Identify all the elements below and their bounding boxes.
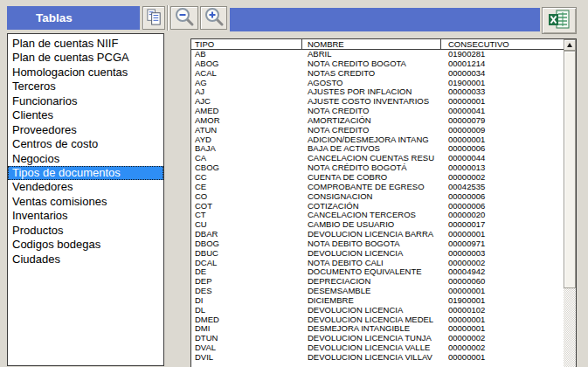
cell-consecutivo: 00000013	[441, 163, 564, 173]
panel-title-label: Tablas	[36, 11, 73, 24]
cell-tipo: CT	[191, 211, 302, 220]
cell-tipo: DBAR	[191, 230, 302, 239]
sidebar-item[interactable]: Plan de cuentas PCGA	[8, 51, 163, 65]
sidebar-item[interactable]: Proveedores	[8, 123, 163, 137]
cell-nombre: NOTA CREDITO	[302, 126, 441, 135]
sidebar-item[interactable]: Ventas comisiones	[8, 195, 163, 209]
cell-nombre: AMORTIZACIÓN	[302, 116, 441, 126]
table-row[interactable]: DBOGNOTA DEBITO BOGOTA00000971	[191, 239, 564, 249]
cell-consecutivo: 00000001	[441, 97, 564, 107]
cell-consecutivo: 00000079	[441, 116, 564, 126]
cell-consecutivo: 00000009	[441, 126, 564, 135]
toolbar-separator	[167, 5, 168, 31]
table-row[interactable]: BAJABAJA DE ACTIVOS00000006	[191, 144, 564, 154]
cell-tipo: CU	[191, 220, 302, 230]
cell-consecutivo: 00000044	[441, 154, 564, 163]
cell-tipo: DMED	[191, 315, 302, 325]
up-arrow-icon	[567, 43, 572, 47]
cell-consecutivo: 00000002	[441, 259, 564, 268]
sidebar-item[interactable]: Clientes	[8, 108, 163, 122]
sidebar-item[interactable]: Centros de costo	[8, 137, 163, 151]
table-row[interactable]: CUCAMBIO DE USUARIO00000017	[191, 220, 564, 230]
table-row[interactable]: DESDESEMSAMBLE00000001	[191, 287, 564, 296]
cell-consecutivo: 00000060	[441, 277, 564, 287]
cell-nombre: DEVOLUCION LICENCIA BARRA	[302, 230, 441, 239]
column-header-tipo[interactable]: TIPO	[191, 39, 302, 49]
scrollbar-thumb[interactable]	[564, 51, 576, 288]
column-header-nombre[interactable]: NOMBRE	[302, 39, 441, 49]
grid-body: ABABRIL01900281ABOGNOTA CREDITO BOGOTA00…	[191, 50, 564, 367]
copy-button[interactable]	[142, 6, 165, 30]
table-row[interactable]: CACANCELACION CUENTAS RESU00000044	[191, 154, 564, 163]
sidebar-item[interactable]: Codigos bodegas	[8, 238, 163, 252]
sidebar-item[interactable]: Productos	[8, 224, 163, 238]
table-row[interactable]: DBUCDEVOLUCION LICENCIA00000003	[191, 249, 564, 259]
cell-consecutivo: 01900001	[441, 79, 564, 88]
table-row[interactable]: ABOGNOTA CREDITO BOGOTA00001214	[191, 59, 564, 69]
cell-consecutivo: 00000003	[441, 249, 564, 259]
table-row[interactable]: ACALNOTAS CREDITO00000034	[191, 69, 564, 79]
cell-tipo: DMI	[191, 324, 302, 334]
cell-tipo: BAJA	[191, 144, 302, 154]
table-row[interactable]: CTCANCELACION TERCEROS00000020	[191, 211, 564, 220]
cell-tipo: AG	[191, 79, 302, 88]
cell-consecutivo: 00000001	[441, 287, 564, 296]
table-row[interactable]: CBOGNOTA CRÉDITO BOGOTÁ00000013	[191, 163, 564, 173]
cell-tipo: AYD	[191, 135, 302, 145]
table-row[interactable]: CECOMPROBANTE DE EGRESO00042535	[191, 183, 564, 192]
zoom-out-button[interactable]	[170, 6, 198, 30]
table-row[interactable]: DTUNDEVOLUCION LICENCIA TUNJA00000002	[191, 334, 564, 343]
sidebar-item[interactable]: Tipos de documentos	[8, 166, 163, 180]
sidebar-item[interactable]: Homologacion cuentas	[8, 66, 163, 80]
cell-tipo: CC	[191, 173, 302, 183]
table-row[interactable]: AGAGOSTO01900001	[191, 79, 564, 88]
cell-nombre: COMPROBANTE DE EGRESO	[302, 183, 441, 192]
cell-nombre: CONSIGNACION	[302, 192, 441, 202]
cell-tipo: DI	[191, 296, 302, 306]
tables-list: Plan de cuentas NIIFPlan de cuentas PCGA…	[8, 37, 163, 267]
column-header-consecutivo[interactable]: CONSECUTIVO	[441, 39, 576, 49]
table-row[interactable]: COTCOTIZACIÓN00000006	[191, 202, 564, 211]
table-row[interactable]: AMORAMORTIZACIÓN00000079	[191, 116, 564, 126]
table-row[interactable]: DIDICIEMBRE01900001	[191, 296, 564, 306]
cell-tipo: DE	[191, 267, 302, 277]
cell-consecutivo: 00000017	[441, 220, 564, 230]
table-row[interactable]: AMEDNOTA CREDITO00000041	[191, 107, 564, 116]
table-row[interactable]: AJCAJUSTE COSTO INVENTARIOS00000001	[191, 97, 564, 107]
scroll-up-button[interactable]	[564, 39, 576, 51]
cell-consecutivo: 00000034	[441, 69, 564, 79]
sidebar-item[interactable]: Ciudades	[8, 253, 163, 267]
cell-nombre: CAMBIO DE USUARIO	[302, 220, 441, 230]
cell-tipo: DES	[191, 287, 302, 296]
table-row[interactable]: DMIDESMEJORA INTANGIBLE00000001	[191, 324, 564, 334]
table-row[interactable]: CCCUENTA DE COBRO00000002	[191, 173, 564, 183]
table-row[interactable]: AJAJUSTES POR INFLACION00000033	[191, 87, 564, 97]
sidebar-item[interactable]: Funcionarios	[8, 94, 163, 108]
scrollbar-track[interactable]	[564, 288, 576, 367]
table-row[interactable]: DMEDDEVOLUCION LICENCIA MEDEL00000001	[191, 315, 564, 325]
sidebar-item[interactable]: Vendedores	[8, 180, 163, 194]
export-excel-button[interactable]	[542, 7, 577, 34]
zoom-in-button[interactable]	[200, 6, 227, 30]
cell-consecutivo: 00042535	[441, 183, 564, 192]
table-row[interactable]: DVALDEVOLUCION LICENCIA VALLE00000002	[191, 343, 564, 353]
sidebar-item[interactable]: Negocios	[8, 152, 163, 166]
sidebar-item[interactable]: Plan de cuentas NIIF	[8, 37, 163, 51]
table-row[interactable]: DCALNOTA DEBITO CALI00000002	[191, 259, 564, 268]
table-row[interactable]: DLDEVOLUCION LICENCIA00000102	[191, 306, 564, 315]
table-row[interactable]: AYDADICION/DESMEJORA INTANG00000001	[191, 135, 564, 145]
table-row[interactable]: ATUNNOTA CREDITO00000009	[191, 126, 564, 135]
table-row[interactable]: DBARDEVOLUCION LICENCIA BARRA00000001	[191, 230, 564, 239]
cell-nombre: DICIEMBRE	[302, 296, 441, 306]
table-row[interactable]: DEDOCUMENTO EQUIVALENTE00004942	[191, 267, 564, 277]
cell-tipo: DCAL	[191, 259, 302, 268]
sidebar-item[interactable]: Terceros	[8, 80, 163, 93]
sidebar-item[interactable]: Inventarios	[8, 209, 163, 223]
table-row[interactable]: ABABRIL01900281	[191, 50, 564, 59]
cell-consecutivo: 00000041	[441, 107, 564, 116]
table-row[interactable]: COCONSIGNACION00000006	[191, 192, 564, 202]
table-row[interactable]: DVILDEVOLUCION LICENCIA VILLAV00000001	[191, 353, 564, 363]
vertical-scrollbar[interactable]	[564, 39, 576, 367]
table-row[interactable]: DEPDEPRECIACION00000060	[191, 277, 564, 287]
cell-consecutivo: 00000001	[441, 353, 564, 363]
